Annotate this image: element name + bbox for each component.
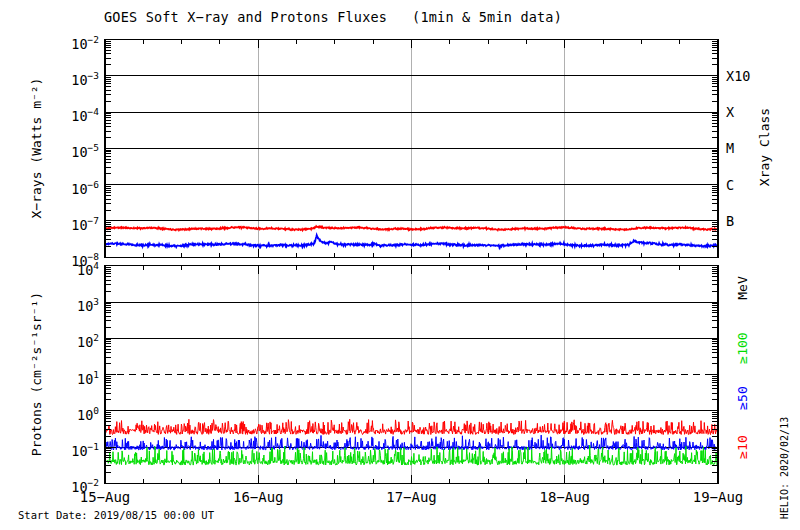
proton-y-axis-label: Protons (cm⁻²s⁻¹sr⁻¹) — [29, 292, 44, 456]
xray-class-tick-label: M — [726, 141, 734, 155]
x-tick-label: 19−Aug — [673, 489, 763, 505]
proton-energy-label: ≥10 — [735, 435, 750, 458]
xray-class-tick-label: B — [726, 214, 734, 228]
xray-class-tick-label: X10 — [726, 69, 750, 83]
xray-y-tick-label: 10−5 — [71, 141, 99, 159]
proton-y-tick-label: 103 — [77, 295, 99, 313]
x-tick-label: 15−Aug — [60, 489, 150, 505]
start-date-label: Start Date: 2019/08/15 00:00 UT — [18, 509, 214, 521]
proton-y-tick-label: 104 — [77, 259, 99, 277]
chart-title: GOES Soft X−ray and Protons Fluxes (1min… — [104, 9, 562, 25]
proton-energy-label: ≥50 — [735, 386, 750, 409]
x-tick-label: 18−Aug — [520, 489, 610, 505]
flux-plot-canvas — [0, 0, 800, 530]
mev-axis-label: MeV — [735, 276, 750, 299]
xray-y-tick-label: 10−6 — [71, 178, 99, 196]
proton-energy-label: ≥100 — [735, 332, 750, 363]
proton-y-tick-label: 10−1 — [71, 440, 99, 458]
goes-flux-figure: GOES Soft X−ray and Protons Fluxes (1min… — [0, 0, 800, 530]
xray-y-tick-label: 10−4 — [71, 105, 99, 123]
xray-y-tick-label: 10−3 — [71, 69, 99, 87]
xray-class-tick-label: X — [726, 105, 734, 119]
xray-y-tick-label: 10−2 — [71, 33, 99, 51]
xray-y-axis-label: X−rays (Watts m⁻²) — [29, 78, 44, 219]
xray-class-axis-label: Xray Class — [757, 108, 772, 186]
proton-y-tick-label: 100 — [77, 404, 99, 422]
x-tick-label: 16−Aug — [213, 489, 303, 505]
proton-y-tick-label: 102 — [77, 331, 99, 349]
xray-y-tick-label: 10−7 — [71, 214, 99, 232]
helio-credit-label: HELIO: 2020/02/13 — [779, 417, 790, 519]
x-tick-label: 17−Aug — [367, 489, 457, 505]
xray-class-tick-label: C — [726, 178, 734, 192]
proton-y-tick-label: 101 — [77, 368, 99, 386]
